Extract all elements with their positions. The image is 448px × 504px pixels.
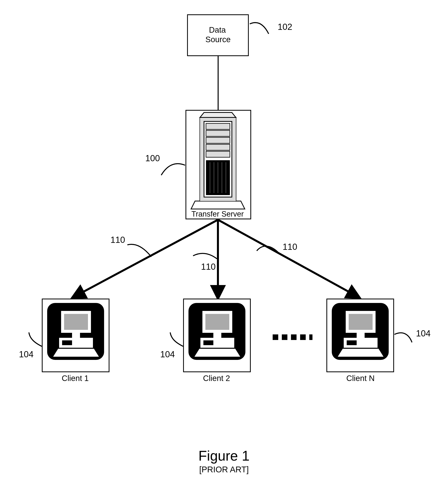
figure-title: Figure 1 [0,448,448,464]
ref-104-clientN: 104 [416,328,430,338]
figure-subtitle: [PRIOR ART] [0,465,448,474]
leader-104-clientN [0,0,448,504]
ellipsis-dots [273,334,312,340]
